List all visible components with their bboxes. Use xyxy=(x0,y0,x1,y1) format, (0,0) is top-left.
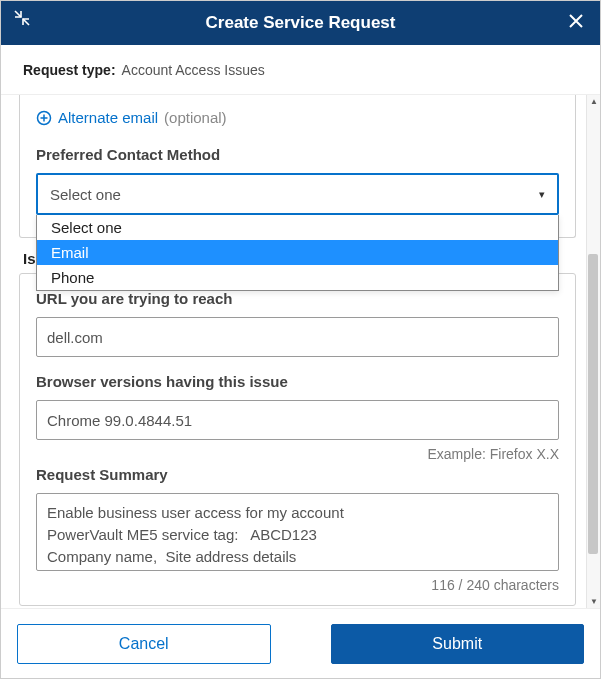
dropdown-option[interactable]: Phone xyxy=(37,265,558,290)
browser-label: Browser versions having this issue xyxy=(36,373,559,390)
collapse-icon[interactable] xyxy=(13,9,33,29)
scroll-down-icon[interactable]: ▼ xyxy=(587,594,600,608)
modal-body: Alternate email (optional) Preferred Con… xyxy=(1,95,600,608)
scrollbar-thumb[interactable] xyxy=(588,254,598,554)
request-type-bar: Request type: Account Access Issues xyxy=(1,45,600,95)
alternate-email-text: Alternate email xyxy=(58,109,158,126)
optional-text: (optional) xyxy=(164,109,227,126)
request-type-label: Request type: xyxy=(23,62,116,78)
summary-textarea[interactable]: Enable business user access for my accou… xyxy=(36,493,559,571)
issue-card: URL you are trying to reach Browser vers… xyxy=(19,273,576,606)
modal-footer: Cancel Submit xyxy=(1,608,600,678)
cancel-button[interactable]: Cancel xyxy=(17,624,271,664)
chevron-down-icon: ▾ xyxy=(539,188,545,201)
create-service-request-modal: Create Service Request Request type: Acc… xyxy=(0,0,601,679)
alternate-email-link[interactable]: Alternate email xyxy=(36,109,158,126)
modal-header: Create Service Request xyxy=(1,1,600,45)
char-count: 116 / 240 characters xyxy=(36,577,559,593)
scrollbar[interactable]: ▲ ▼ xyxy=(586,95,600,608)
cancel-button-label: Cancel xyxy=(119,635,169,653)
scroll-up-icon[interactable]: ▲ xyxy=(587,95,600,108)
preferred-contact-selected-value: Select one xyxy=(50,186,121,203)
submit-button-label: Submit xyxy=(432,635,482,653)
summary-label: Request Summary xyxy=(36,466,559,483)
browser-input[interactable] xyxy=(36,400,559,440)
modal-title: Create Service Request xyxy=(206,13,396,33)
dropdown-option[interactable]: Select one xyxy=(37,215,558,240)
submit-button[interactable]: Submit xyxy=(331,624,585,664)
preferred-contact-select[interactable]: Select one ▾ xyxy=(36,173,559,215)
preferred-contact-select-wrap: Select one ▾ Select one Email Phone xyxy=(36,173,559,215)
request-type-value: Account Access Issues xyxy=(122,62,265,78)
contact-card: Alternate email (optional) Preferred Con… xyxy=(19,95,576,238)
plus-circle-icon xyxy=(36,110,52,126)
browser-example: Example: Firefox X.X xyxy=(36,446,559,462)
preferred-contact-dropdown: Select one Email Phone xyxy=(36,215,559,291)
close-icon[interactable] xyxy=(568,13,584,29)
preferred-contact-label: Preferred Contact Method xyxy=(36,146,559,163)
dropdown-option[interactable]: Email xyxy=(37,240,558,265)
url-label: URL you are trying to reach xyxy=(36,290,559,307)
url-input[interactable] xyxy=(36,317,559,357)
